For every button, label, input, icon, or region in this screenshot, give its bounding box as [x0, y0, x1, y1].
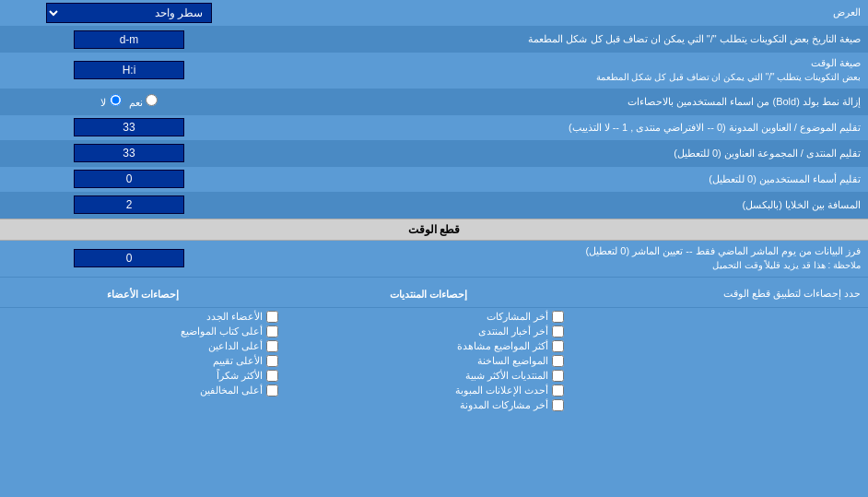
label-time-format: صيغة الوقتبعض التكوينات يتطلب "/" التي ي… [258, 53, 868, 89]
radio-label-no: لا [100, 94, 121, 109]
cb-blog-posts[interactable] [552, 399, 564, 411]
input-cell-spacing[interactable] [74, 195, 184, 214]
checkboxes-columns-header: إحصاءات المنتديات إحصاءات الأعضاء [0, 286, 571, 303]
row-time-format: صيغة الوقتبعض التكوينات يتطلب "/" التي ي… [0, 53, 868, 89]
cb-label-most-like: المنتديات الأكثر شبية [465, 370, 548, 382]
input-cell-spacing [0, 193, 258, 217]
row-single-line: العرض سطر واحد [0, 0, 868, 27]
cb-item-top-violators: أعلى المخالفين [7, 385, 278, 396]
cb-item-last-posts: أخر المشاركات [293, 311, 564, 323]
cb-label-top-rated: الأعلى تقييم [213, 355, 263, 367]
cb-label-blog-posts: أخر مشاركات المدونة [460, 399, 548, 411]
cb-most-viewed[interactable] [552, 340, 564, 352]
cb-label-hot-topics: المواضيع الساخنة [477, 355, 548, 367]
cb-item-top-rated: الأعلى تقييم [7, 355, 278, 367]
cb-top-rated[interactable] [266, 355, 278, 367]
col2-header: إحصاءات الأعضاء [0, 286, 286, 303]
checkboxes-header-label: حدد إحصاءات لتطبيق قطع الوقت [571, 283, 868, 304]
input-trim-usernames[interactable] [74, 170, 184, 188]
cb-label-most-thanked: الأكثر شكراً [217, 370, 263, 382]
cb-item-top-writers: أعلى كتاب المواضيع [7, 325, 278, 337]
row-trim-forum: تقليم المنتدى / المجموعة العناوين (0 للت… [0, 141, 868, 167]
input-cell-date [0, 28, 258, 52]
cb-item-blog-posts: أخر مشاركات المدونة [293, 399, 564, 411]
col1-header: إحصاءات المنتديات [286, 286, 571, 303]
cb-most-thanked[interactable] [266, 370, 278, 382]
main-container: العرض سطر واحد صيغة التاريخ بعض التكوينا… [0, 0, 868, 421]
checkboxes-area: حدد إحصاءات لتطبيق قطع الوقت إحصاءات الم… [0, 278, 868, 421]
input-time-format[interactable] [74, 61, 184, 79]
cb-most-like[interactable] [552, 370, 564, 382]
cb-item-top-inviters: أعلى الداعين [7, 340, 278, 352]
cb-item-classified-ads: أحدث الإعلانات المبوبة [293, 385, 564, 396]
col1-checkboxes: أخر المشاركات أخر أخبار المنتدى أكثر الم… [286, 308, 571, 417]
label-trim-usernames: تقليم أسماء المستخدمين (0 للتعطيل) [258, 169, 868, 190]
cb-label-most-viewed: أكثر المواضيع مشاهدة [457, 340, 548, 352]
checkboxes-header-row: حدد إحصاءات لتطبيق قطع الوقت إحصاءات الم… [0, 282, 868, 308]
section-header-cutoff: قطع الوقت [0, 219, 868, 241]
radio-group-bold: نعم لا [96, 92, 161, 111]
input-trim-forum[interactable] [74, 144, 184, 162]
label-trim-topic: تقليم الموضوع / العناوين المدونة (0 -- ا… [258, 117, 868, 138]
cb-label-new-members: الأعضاء الجدد [206, 311, 263, 323]
label-display: العرض [258, 2, 868, 23]
cb-item-new-members: الأعضاء الجدد [7, 311, 278, 323]
radio-no[interactable] [110, 94, 122, 106]
label-trim-forum: تقليم المنتدى / المجموعة العناوين (0 للت… [258, 143, 868, 164]
cb-hot-topics[interactable] [552, 355, 564, 367]
row-trim-topic: تقليم الموضوع / العناوين المدونة (0 -- ا… [0, 115, 868, 141]
cb-label-top-violators: أعلى المخالفين [200, 385, 263, 396]
cb-label-forum-news: أخر أخبار المنتدى [478, 325, 548, 337]
cb-item-most-viewed: أكثر المواضيع مشاهدة [293, 340, 564, 352]
label-bold: إزالة نمط بولد (Bold) من اسماء المستخدمي… [258, 91, 868, 112]
col2-checkboxes: الأعضاء الجدد أعلى كتاب المواضيع أعلى ال… [0, 308, 286, 417]
row-trim-usernames: تقليم أسماء المستخدمين (0 للتعطيل) [0, 167, 868, 193]
label-cell-spacing: المسافة بين الخلايا (بالبكسل) [258, 195, 868, 216]
select-display[interactable]: سطر واحد [46, 3, 212, 23]
cb-label-top-inviters: أعلى الداعين [208, 340, 263, 352]
cb-item-hot-topics: المواضيع الساخنة [293, 355, 564, 367]
cb-top-inviters[interactable] [266, 340, 278, 352]
input-data-sort[interactable] [74, 249, 184, 267]
cb-classified-ads[interactable] [552, 385, 564, 396]
checkbox-label-col [571, 308, 868, 417]
checkbox-rows: أخر المشاركات أخر أخبار المنتدى أكثر الم… [0, 308, 868, 417]
cb-last-posts[interactable] [552, 311, 564, 323]
cb-new-members[interactable] [266, 311, 278, 323]
row-bold: إزالة نمط بولد (Bold) من اسماء المستخدمي… [0, 89, 868, 115]
row-cell-spacing: المسافة بين الخلايا (بالبكسل) [0, 193, 868, 219]
radio-label-yes: نعم [129, 94, 158, 109]
input-cell-data-sort [0, 246, 258, 270]
radio-yes[interactable] [146, 94, 158, 106]
input-date-format[interactable] [74, 30, 184, 49]
input-cell-bold: نعم لا [0, 89, 258, 113]
cb-top-writers[interactable] [266, 325, 278, 337]
input-cell-trim-forum [0, 141, 258, 165]
cb-label-last-posts: أخر المشاركات [487, 311, 548, 323]
row-date-format: صيغة التاريخ بعض التكوينات يتطلب "/" الت… [0, 27, 868, 53]
input-cell-time [0, 58, 258, 82]
input-cell-display: سطر واحد [0, 0, 258, 26]
input-trim-topic[interactable] [74, 118, 184, 136]
cb-item-forum-news: أخر أخبار المنتدى [293, 325, 564, 337]
label-date-format: صيغة التاريخ بعض التكوينات يتطلب "/" الت… [258, 29, 868, 50]
cb-item-most-like: المنتديات الأكثر شبية [293, 370, 564, 382]
cb-label-top-writers: أعلى كتاب المواضيع [181, 325, 263, 337]
cb-label-classified-ads: أحدث الإعلانات المبوبة [455, 385, 548, 396]
cb-forum-news[interactable] [552, 325, 564, 337]
cb-top-violators[interactable] [266, 385, 278, 396]
input-cell-trim-topic [0, 115, 258, 139]
input-cell-trim-usernames [0, 167, 258, 191]
row-data-sort: فرز البيانات من يوم الماشر الماضي فقط --… [0, 241, 868, 278]
cb-item-most-thanked: الأكثر شكراً [7, 370, 278, 382]
label-data-sort: فرز البيانات من يوم الماشر الماضي فقط --… [258, 241, 868, 277]
